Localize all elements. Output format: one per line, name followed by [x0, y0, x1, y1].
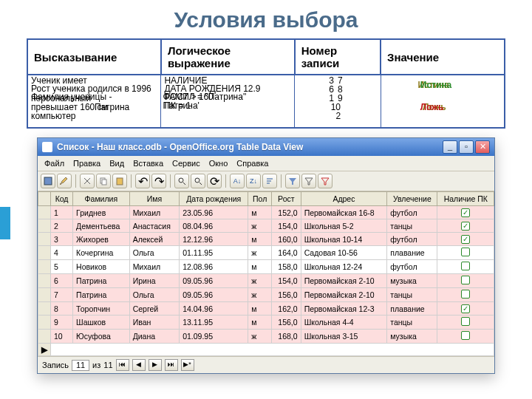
- menu-view[interactable]: Вид: [106, 157, 128, 169]
- menu-help[interactable]: Справка: [233, 157, 272, 169]
- cell-familia[interactable]: Кочергина: [73, 246, 130, 260]
- cell-imya[interactable]: Диана: [129, 330, 180, 344]
- menu-window[interactable]: Окно: [205, 157, 232, 169]
- row-selector[interactable]: [38, 206, 51, 219]
- cell-imya[interactable]: Иван: [129, 316, 180, 330]
- cell-kod[interactable]: 8: [51, 302, 73, 316]
- nav-last-icon[interactable]: ⏭: [165, 359, 178, 371]
- find-icon[interactable]: [174, 174, 189, 188]
- cell-addr[interactable]: Школьная 10-14: [301, 233, 387, 246]
- cut-icon[interactable]: [80, 174, 95, 188]
- table-row[interactable]: 9ШашковИван13.11.95м156,0Школьная 4-4тан…: [38, 316, 494, 330]
- cell-imya[interactable]: Ольга: [129, 246, 180, 260]
- cell-imya[interactable]: Анастасия: [129, 219, 180, 233]
- removefilter-icon[interactable]: [318, 174, 332, 188]
- cell-addr[interactable]: Школьная 3-15: [301, 330, 387, 344]
- cell-imya[interactable]: Михаил: [129, 206, 180, 219]
- nav-new-icon[interactable]: ▶*: [181, 359, 194, 371]
- table-row[interactable]: 5НовиковМихаил12.08.96м158,0Школьная 12-…: [38, 260, 494, 274]
- cell-data[interactable]: 09.05.96: [180, 288, 248, 302]
- cell-imya[interactable]: Ольга: [129, 288, 180, 302]
- cell-addr[interactable]: Первомайская 16-8: [301, 206, 387, 219]
- cell-data[interactable]: 01.11.95: [180, 246, 248, 260]
- cell-data[interactable]: 23.05.96: [180, 206, 248, 219]
- col-familia[interactable]: Фамилия: [73, 192, 130, 206]
- standardfilter-icon[interactable]: [301, 174, 316, 188]
- redo-icon[interactable]: ↷: [151, 174, 166, 188]
- cell-pc[interactable]: [437, 288, 494, 302]
- checkbox-icon[interactable]: [461, 290, 470, 299]
- cell-pol[interactable]: ж: [248, 219, 272, 233]
- cell-familia[interactable]: Юсуфова: [73, 330, 130, 344]
- cell-addr[interactable]: Школьная 4-4: [301, 316, 387, 330]
- checkbox-icon[interactable]: [461, 331, 470, 340]
- table-row[interactable]: 6ПатринаИрина09.05.96ж154,0Первомайская …: [38, 274, 494, 288]
- cell-pc[interactable]: [437, 246, 494, 260]
- menu-insert[interactable]: Вставка: [129, 157, 167, 169]
- cell-pc[interactable]: [437, 316, 494, 330]
- cell-uvlech[interactable]: футбол: [387, 260, 437, 274]
- row-selector[interactable]: [38, 288, 51, 302]
- cell-rost[interactable]: 168,0: [272, 330, 301, 344]
- cell-addr[interactable]: Первомайская 12-3: [301, 302, 387, 316]
- cell-pol[interactable]: ж: [248, 288, 272, 302]
- table-row[interactable]: 2ДементьеваАнастасия08.04.96ж154,0Школьн…: [38, 219, 494, 233]
- cell-uvlech[interactable]: танцы: [387, 316, 437, 330]
- menu-tools[interactable]: Сервис: [168, 157, 204, 169]
- nav-next-icon[interactable]: ▶: [149, 359, 162, 371]
- row-selector[interactable]: [38, 233, 51, 246]
- sort-asc-icon[interactable]: A↓: [230, 174, 245, 188]
- record-number-input[interactable]: [72, 360, 89, 371]
- cell-pol[interactable]: ж: [248, 330, 272, 344]
- cell-imya[interactable]: Алексей: [129, 233, 180, 246]
- cell-pc[interactable]: [437, 330, 494, 344]
- sort-desc-icon[interactable]: Z↓: [246, 174, 261, 188]
- rowselector-header[interactable]: [38, 192, 51, 206]
- cell-rost[interactable]: 154,0: [272, 274, 301, 288]
- cell-pc[interactable]: ✓: [437, 206, 494, 219]
- maximize-button[interactable]: ▫: [459, 140, 474, 154]
- cell-kod[interactable]: 4: [51, 246, 73, 260]
- cell-uvlech[interactable]: футбол: [387, 206, 437, 219]
- cell-uvlech[interactable]: музыка: [387, 274, 437, 288]
- cell-pc[interactable]: ✓: [437, 233, 494, 246]
- cell-addr[interactable]: Первомайская 2-10: [301, 274, 387, 288]
- col-imya[interactable]: Имя: [129, 192, 180, 206]
- checkbox-icon[interactable]: ✓: [461, 304, 470, 313]
- cell-rost[interactable]: 152,0: [272, 206, 301, 219]
- row-selector[interactable]: [38, 330, 51, 344]
- col-pol[interactable]: Пол: [248, 192, 272, 206]
- row-selector[interactable]: [38, 260, 51, 274]
- cell-kod[interactable]: 9: [51, 316, 73, 330]
- cell-pol[interactable]: м: [248, 260, 272, 274]
- cell-kod[interactable]: 6: [51, 274, 73, 288]
- cell-addr[interactable]: Школьная 5-2: [301, 219, 387, 233]
- row-selector[interactable]: [38, 274, 51, 288]
- newrow-cells[interactable]: [51, 344, 494, 356]
- cell-uvlech[interactable]: плавание: [387, 302, 437, 316]
- row-selector[interactable]: [38, 316, 51, 330]
- cell-data[interactable]: 01.09.95: [180, 330, 248, 344]
- menubar[interactable]: Файл Правка Вид Вставка Сервис Окно Спра…: [38, 156, 494, 171]
- cell-pc[interactable]: ✓: [437, 302, 494, 316]
- cell-pc[interactable]: [437, 274, 494, 288]
- cell-pol[interactable]: м: [248, 206, 272, 219]
- cell-uvlech[interactable]: танцы: [387, 219, 437, 233]
- cell-familia[interactable]: Шашков: [73, 316, 130, 330]
- cell-pc[interactable]: ✓: [437, 219, 494, 233]
- cell-uvlech[interactable]: танцы: [387, 288, 437, 302]
- cell-data[interactable]: 14.04.96: [180, 302, 248, 316]
- table-row[interactable]: 10ЮсуфоваДиана01.09.95ж168,0Школьная 3-1…: [38, 330, 494, 344]
- copy-icon[interactable]: [96, 174, 111, 188]
- cell-pol[interactable]: м: [248, 233, 272, 246]
- cell-rost[interactable]: 158,0: [272, 260, 301, 274]
- cell-addr[interactable]: Садовая 10-56: [301, 246, 387, 260]
- cell-rost[interactable]: 156,0: [272, 316, 301, 330]
- sort-icon[interactable]: [262, 174, 277, 188]
- cell-familia[interactable]: Гриднев: [73, 206, 130, 219]
- col-rost[interactable]: Рост: [272, 192, 301, 206]
- edit-icon[interactable]: [57, 174, 72, 188]
- cell-rost[interactable]: 156,0: [272, 288, 301, 302]
- checkbox-icon[interactable]: ✓: [461, 222, 470, 231]
- table-row[interactable]: 8ТоропчинСергей14.04.96м162,0Первомайска…: [38, 302, 494, 316]
